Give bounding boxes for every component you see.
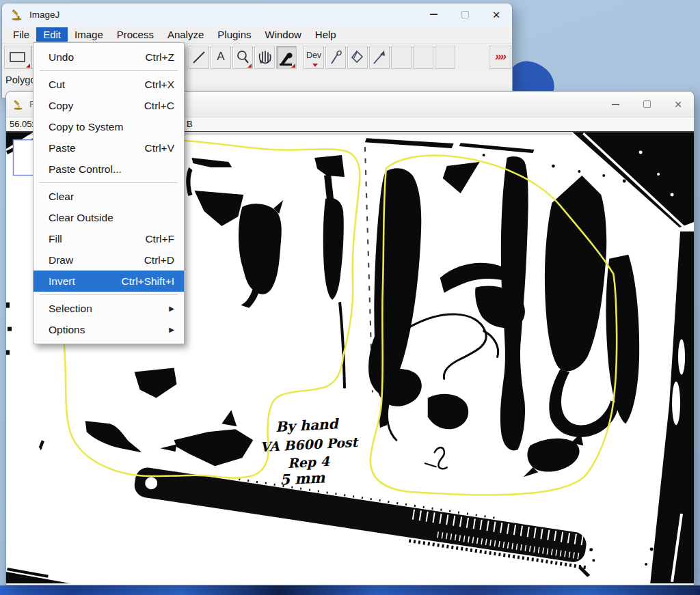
dropdown-triangle-icon [26,64,30,68]
menu-item-cut[interactable]: Cut Ctrl+X [33,74,184,95]
empty-tool-slot[interactable] [391,46,412,69]
menu-window[interactable]: Window [258,27,308,42]
paint-bucket-icon [348,46,367,68]
text-tool-button[interactable]: A [211,46,231,69]
submenu-arrow-icon: ▶ [169,305,174,312]
main-titlebar[interactable]: ImageJ × [2,3,512,25]
menu-separator [40,294,178,295]
menu-process[interactable]: Process [110,27,161,42]
arrow-tool-button[interactable] [369,46,390,69]
menu-help[interactable]: Help [308,27,343,42]
dev-tool-icon: Dev [306,51,321,60]
menu-item-fill[interactable]: Fill Ctrl+F [33,228,184,249]
menu-file[interactable]: File [6,27,36,42]
menu-item-selection[interactable]: Selection ▶ [33,298,184,319]
close-button[interactable]: × [481,3,512,25]
arrow-icon [370,46,389,68]
maximize-button[interactable] [449,3,481,25]
menu-item-paste-control[interactable]: Paste Control... [33,158,184,180]
menu-item-paste[interactable]: Paste Ctrl+V [33,137,184,158]
edit-menu-popup: Undo Ctrl+Z Cut Ctrl+X Copy Ctrl+C Copy … [33,42,185,344]
menu-plugins[interactable]: Plugins [211,27,258,42]
submenu-arrow-icon: ▶ [169,326,174,333]
menu-item-options[interactable]: Options ▶ [33,319,184,340]
menu-item-copy[interactable]: Copy Ctrl+C [33,95,184,116]
menu-item-invert[interactable]: Invert Ctrl+Shift+I [33,271,184,292]
imagej-microscope-icon [11,8,23,20]
imagej-microscope-icon [13,99,23,110]
handwriting-line3: Rep 4 [287,454,330,471]
toolbar-status-text: Polygo [5,74,36,85]
menu-separator [40,182,178,183]
hand-tool-button[interactable] [254,46,275,69]
menu-separator [40,70,178,71]
dropdown-triangle-icon [291,64,295,68]
menu-image[interactable]: Image [68,27,110,42]
close-icon: × [674,98,682,111]
menu-item-clear-outside[interactable]: Clear Outside [33,207,184,228]
color-picker-tool-button[interactable] [276,46,297,69]
more-tools-button[interactable]: »» [489,46,511,69]
dropdown-triangle-icon [312,64,318,67]
brush-icon [326,46,345,68]
menubar: File Edit Image Process Analyze Plugins … [2,25,512,44]
fill-tool-button[interactable] [347,46,368,69]
handwriting-line4: 5 mm [280,469,326,488]
wallpaper-strip [0,585,700,595]
image-size-text-fragment: B [187,119,193,129]
main-window-title: ImageJ [29,10,59,20]
empty-tool-slot[interactable] [435,46,455,69]
menu-item-draw[interactable]: Draw Ctrl+D [33,249,184,271]
line-icon [189,46,208,68]
zoom-tool-button[interactable] [232,46,253,69]
more-tools-icon: » [495,50,500,63]
menu-item-copy-to-system[interactable]: Copy to System [33,116,184,137]
minimize-button[interactable] [418,3,449,25]
hand-icon [255,46,274,68]
image-minimize-button[interactable] [600,92,631,117]
dev-menu-tool-button[interactable]: Dev [304,46,324,69]
handwriting-line1: By hand [275,415,340,435]
rectangle-tool-button[interactable] [4,46,31,69]
dropdown-triangle-icon [247,64,252,68]
line-tool-button[interactable] [189,46,209,69]
brush-tool-button[interactable] [325,46,346,69]
menu-item-undo[interactable]: Undo Ctrl+Z [33,46,184,68]
empty-tool-slot[interactable] [413,46,433,69]
menu-analyze[interactable]: Analyze [161,27,211,42]
menu-item-clear[interactable]: Clear [33,186,184,207]
menu-edit[interactable]: Edit [36,27,68,42]
image-maximize-button[interactable] [631,92,662,117]
image-close-button[interactable]: × [662,92,694,117]
close-icon: × [492,8,500,21]
text-tool-icon: A [217,50,224,63]
